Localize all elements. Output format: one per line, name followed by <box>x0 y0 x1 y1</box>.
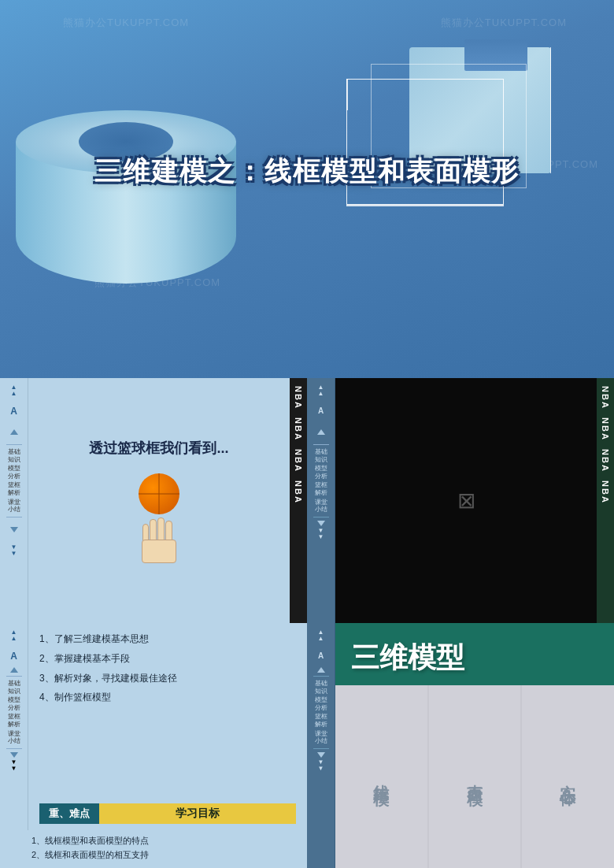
basketball-nba-sidebar: NBA NBA NBA NBA <box>290 378 307 623</box>
sb-obj-ketang-l: 课堂小结 <box>8 730 20 745</box>
sb-b-bb[interactable]: ▼▼ <box>318 528 324 540</box>
sb-item-b3[interactable] <box>312 422 331 441</box>
sb-item-lankuangjiexi[interactable]: 篮框解析 <box>8 481 20 496</box>
model-title-area: 三维模型 <box>335 623 614 685</box>
sb-label-moxing: 模型分析 <box>8 465 20 480</box>
model-card-1: 线框模 <box>335 685 427 868</box>
top-section: 熊猫办公TUKUPPT.COM 熊猫办公TUKUPPT.COM 熊猫办公TUKU… <box>0 0 614 378</box>
obj-sidebar: ▲▲ A 基础知识 模型分析 篮框解析 <box>0 623 28 830</box>
sb-icon-tri-down-1 <box>5 521 24 540</box>
model-title: 三维模型 <box>351 639 598 677</box>
black-nba-1: NBA <box>601 386 610 410</box>
sb-m-moxing[interactable]: 模型分析 <box>315 696 327 711</box>
sb-item-3[interactable] <box>5 422 24 441</box>
sb-m-2[interactable]: A <box>312 647 331 666</box>
sb-obj-lankuang[interactable]: 篮框解析 <box>8 713 20 728</box>
sb-item-b1[interactable]: ▲▲ <box>312 381 331 400</box>
model-sidebar: ▲▲ A 基础知识 模型分析 篮框解析 课堂小结 <box>307 623 335 868</box>
black-nba-2: NBA <box>601 417 610 441</box>
key-points-section: 1、线框模型和表面模型的特点 2、线框和表面模型的相互支持 <box>0 830 307 868</box>
sb-label-jichu: 基础知识 <box>8 448 20 463</box>
sb-obj-a: A <box>5 647 24 666</box>
hand-finger-3 <box>157 517 165 541</box>
nba-text-3: NBA <box>294 449 303 473</box>
sb-b-lankuang[interactable]: 篮框解析 <box>315 481 327 496</box>
black-nba-3: NBA <box>601 449 610 473</box>
basketball-sidebar: ▲▲ A 基础知识 模型分析 篮框解析 课堂小结 <box>0 378 28 623</box>
sb-item-b2[interactable]: A <box>312 402 331 421</box>
obj-item-1: 1、了解三维建模基本思想 <box>39 632 296 646</box>
bottom-section: ▲▲ A 基础知识 模型分析 篮框解析 课堂小结 <box>0 378 614 868</box>
sb-obj-2[interactable]: A <box>5 647 24 666</box>
sb-b-moxing-label: 模型分析 <box>315 465 327 480</box>
basketball-figure <box>139 473 179 563</box>
sb-icon-a-1: A <box>5 402 24 421</box>
sb-b-jichu-label: 基础知识 <box>315 448 327 463</box>
sb-item-jichuzishi[interactable]: 基础知识 <box>8 448 20 463</box>
sb-m-tri-d <box>317 752 325 758</box>
obj-item-2: 2、掌握建模基本手段 <box>39 652 296 666</box>
sb-obj-bb[interactable]: ▼▼ <box>11 759 17 772</box>
sb-item-bb-1[interactable]: ▼▼ <box>5 541 24 560</box>
sb-label-lankuang: 篮框解析 <box>8 481 20 496</box>
sb-obj-tri-d <box>10 752 18 758</box>
obj-item-4: 4、制作篮框模型 <box>39 691 296 704</box>
sb-m-aa: ▲▲ <box>312 626 331 645</box>
obj-item-3: 3、解析对象，寻找建模最佳途径 <box>39 672 296 685</box>
hand-palm <box>142 540 176 563</box>
sb-m-1[interactable]: ▲▲ <box>312 626 331 645</box>
sb-item-tri-down-1[interactable] <box>5 521 24 540</box>
black-nba-sidebar: NBA NBA NBA NBA <box>597 378 614 623</box>
basketball-content: 透过篮球框我们看到... <box>28 378 290 623</box>
sb-obj-tri-down[interactable] <box>10 752 18 758</box>
sb-item-moxingfenxi[interactable]: 模型分析 <box>8 465 20 480</box>
sb-label-ketang: 课堂小结 <box>8 499 20 514</box>
nba-text-2: NBA <box>294 417 303 441</box>
sb-obj-ketang[interactable]: 课堂小结 <box>8 730 20 745</box>
main-title: 三维建模之：线框模型和表面模形 <box>94 154 520 190</box>
sb-m-a: A <box>312 647 331 666</box>
objectives-list: 1、了解三维建模基本思想 2、掌握建模基本手段 3、解析对象，寻找建模最佳途径 … <box>39 632 296 803</box>
sb-b-lankuang-label: 篮框解析 <box>315 481 327 496</box>
sb-m-jichu[interactable]: 基础知识 <box>315 680 327 695</box>
sb-m-tri-down[interactable] <box>317 752 325 758</box>
sb-icon-bb-1: ▼▼ <box>5 541 24 560</box>
watermark-2: 熊猫办公TUKUPPT.COM <box>441 16 567 30</box>
sb-item-ketangxiaojie[interactable]: 课堂小结 <box>8 499 20 514</box>
hand-finger-1 <box>142 524 149 541</box>
key-points-content: 1、线框模型和表面模型的特点 2、线框和表面模型的相互支持 <box>31 835 149 863</box>
sb-m-moxing-l: 模型分析 <box>315 696 327 711</box>
sb-obj-jichu[interactable]: 基础知识 <box>8 680 20 695</box>
sb-b-moxing[interactable]: 模型分析 <box>315 465 327 480</box>
obj-label-box: 重、难点 <box>39 803 99 824</box>
model-card-1-text: 线框模 <box>373 772 389 781</box>
broken-image-icon: ⊠ <box>457 488 475 514</box>
sb-obj-3[interactable] <box>10 667 18 673</box>
black-content: ⊠ <box>335 378 597 623</box>
objectives-bottom: 重、难点 学习目标 <box>39 803 296 824</box>
objectives-content: 1、了解三维建模基本思想 2、掌握建模基本手段 3、解析对象，寻找建模最佳途径 … <box>28 623 307 830</box>
sb-item-1[interactable]: ▲▲ <box>5 381 24 400</box>
sb-obj-tri-up <box>10 667 18 673</box>
sb-m-3[interactable] <box>317 667 325 673</box>
sb-icon-aa-b: ▲▲ <box>312 381 331 400</box>
sb-m-lankuang[interactable]: 篮框解析 <box>315 713 327 728</box>
hand-finger-4 <box>165 521 172 541</box>
cell-basketball: ▲▲ A 基础知识 模型分析 篮框解析 课堂小结 <box>0 378 307 623</box>
basketball-header-text: 透过篮球框我们看到... <box>89 439 228 458</box>
sb-m-ketang[interactable]: 课堂小结 <box>315 730 327 745</box>
sb-b-ketang[interactable]: 课堂小结 <box>315 499 327 514</box>
sb-obj-1[interactable]: ▲▲ <box>5 626 24 645</box>
sb-obj-lankuang-l: 篮框解析 <box>8 713 20 728</box>
sb-m-ketang-l: 课堂小结 <box>315 730 327 745</box>
sb-obj-moxing[interactable]: 模型分析 <box>8 696 20 711</box>
model-card-2: 表面模 <box>429 685 521 868</box>
sb-item-2[interactable]: A <box>5 402 24 421</box>
sb-obj-moxing-l: 模型分析 <box>8 696 20 711</box>
sb-m-bb[interactable]: ▼▼ <box>318 759 324 772</box>
model-card-3: 实心体 <box>522 685 614 868</box>
sb-obj-aa: ▲▲ <box>5 626 24 645</box>
sb-b-tri-down[interactable] <box>317 521 325 526</box>
model-card-3-text: 实心体 <box>560 772 576 781</box>
sb-b-jichu[interactable]: 基础知识 <box>315 448 327 463</box>
